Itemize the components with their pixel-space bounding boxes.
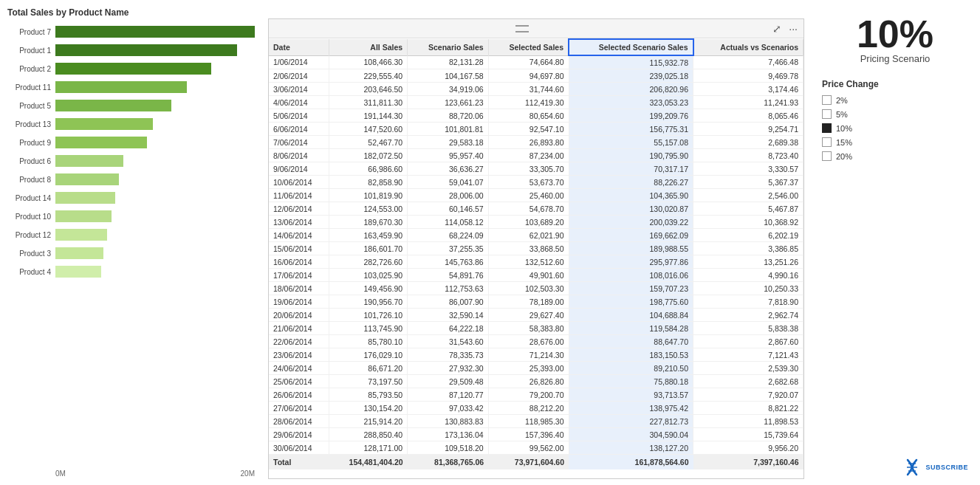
table-cell: 7,920.07 <box>693 388 803 402</box>
table-cell: 88,226.27 <box>569 176 693 189</box>
table-row: 5/06/2014191,144.3088,720.0680,654.60199… <box>269 109 803 123</box>
table-cell: 85,780.10 <box>329 335 407 348</box>
table-cell: 66,986.60 <box>329 162 407 176</box>
chart-title: Total Sales by Product Name <box>7 7 255 18</box>
bar-track <box>55 192 255 204</box>
checkbox-10%[interactable] <box>822 123 832 133</box>
table-row: 23/06/2014176,029.1078,335.7371,214.3018… <box>269 348 803 362</box>
table-cell: 87,120.77 <box>408 388 489 402</box>
table-cell: 59,041.07 <box>408 176 489 189</box>
bar-track <box>55 137 255 148</box>
bar-row: Product 11 <box>7 79 255 95</box>
bar-fill <box>55 192 115 204</box>
bar-label: Product 3 <box>7 250 55 258</box>
footer-cell: 73,971,604.60 <box>488 455 569 470</box>
bar-track <box>55 173 255 185</box>
bar-row: Product 9 <box>7 134 255 151</box>
price-change-options: 2%5%10%15%20% <box>822 95 852 161</box>
price-option-10%[interactable]: 10% <box>822 123 852 133</box>
bar-track <box>55 229 255 241</box>
table-cell: 138,127.20 <box>569 441 693 455</box>
table-cell: 189,670.30 <box>329 216 407 229</box>
table-cell: 89,210.50 <box>569 362 693 375</box>
table-cell: 101,726.10 <box>329 309 407 322</box>
table-row: 2/06/2014229,555.40104,167.5894,697.8023… <box>269 69 803 83</box>
price-option-5%[interactable]: 5% <box>822 109 852 119</box>
subscribe-label: SUBSCRIBE <box>925 464 968 471</box>
footer-cell: 154,481,404.20 <box>329 455 407 470</box>
table-cell: 86,007.90 <box>408 295 489 309</box>
left-panel: Total Sales by Product Name Product 7Pro… <box>0 0 262 485</box>
bar-row: Product 5 <box>7 97 255 114</box>
x-axis: 0M 20M <box>7 469 255 478</box>
table-row: 22/06/201485,780.1031,543.6028,676.0088,… <box>269 335 803 348</box>
table-row: 20/06/2014101,726.1032,590.1429,627.4010… <box>269 309 803 322</box>
checkbox-2%[interactable] <box>822 95 832 105</box>
table-cell: 16/06/2014 <box>269 255 329 269</box>
table-cell: 33,305.70 <box>488 162 569 176</box>
table-row: 25/06/201473,197.5029,509.4826,826.8075,… <box>269 375 803 388</box>
footer-cell: Total <box>269 455 329 470</box>
table-cell: 7,818.90 <box>693 295 803 309</box>
col-header-actuals-vs-scenarios: Actuals vs Scenarios <box>693 39 803 55</box>
table-cell: 54,891.76 <box>408 269 489 282</box>
x-axis-min: 0M <box>55 469 66 478</box>
table-row: 29/06/2014288,850.40173,136.04157,396.40… <box>269 428 803 441</box>
table-cell: 37,255.35 <box>408 242 489 255</box>
price-option-20%[interactable]: 20% <box>822 151 852 161</box>
table-scroll[interactable]: DateAll SalesScenario SalesSelected Sale… <box>269 38 803 478</box>
table-cell: 82,131.28 <box>408 55 489 69</box>
table-cell: 99,562.00 <box>488 441 569 455</box>
data-table: DateAll SalesScenario SalesSelected Sale… <box>269 38 803 478</box>
checkbox-15%[interactable] <box>822 137 832 147</box>
table-cell: 64,222.18 <box>408 322 489 335</box>
table-cell: 13,251.26 <box>693 255 803 269</box>
table-cell: 54,678.70 <box>488 202 569 216</box>
table-cell: 36,636.27 <box>408 162 489 176</box>
table-cell: 5/06/2014 <box>269 109 329 123</box>
checkbox-5%[interactable] <box>822 109 832 119</box>
table-cell: 29/06/2014 <box>269 428 329 441</box>
expand-button[interactable]: ⤢ <box>771 23 783 35</box>
table-row: 28/06/2014215,914.20130,883.83118,985.30… <box>269 415 803 428</box>
bar-track <box>55 81 255 93</box>
table-cell: 101,819.90 <box>329 189 407 202</box>
table-cell: 29,583.18 <box>408 136 489 149</box>
price-change-title: Price Change <box>822 79 879 89</box>
table-cell: 28,676.00 <box>488 335 569 348</box>
table-cell: 26,826.80 <box>488 375 569 388</box>
bar-fill <box>55 44 237 56</box>
bar-track <box>55 155 255 167</box>
table-cell: 118,985.30 <box>488 415 569 428</box>
subscribe-area[interactable]: SUBSCRIBE <box>902 457 968 478</box>
checkbox-20%[interactable] <box>822 151 832 161</box>
more-options-button[interactable]: ··· <box>787 23 799 35</box>
table-row: 4/06/2014311,811.30123,661.23112,419.303… <box>269 96 803 109</box>
bar-row: Product 12 <box>7 227 255 243</box>
table-cell: 92,547.10 <box>488 123 569 136</box>
table-cell: 124,553.00 <box>329 202 407 216</box>
bar-fill <box>55 137 147 148</box>
bar-row: Product 13 <box>7 116 255 132</box>
bar-track <box>55 118 255 130</box>
table-cell: 102,503.30 <box>488 282 569 295</box>
table-cell: 282,726.60 <box>329 255 407 269</box>
drag-handle[interactable] <box>515 24 529 34</box>
table-cell: 95,957.40 <box>408 149 489 162</box>
table-cell: 199,209.76 <box>569 109 693 123</box>
table-cell: 27/06/2014 <box>269 402 329 415</box>
table-cell: 22/06/2014 <box>269 335 329 348</box>
table-cell: 109,518.20 <box>408 441 489 455</box>
price-option-15%[interactable]: 15% <box>822 137 852 147</box>
bar-row: Product 6 <box>7 153 255 169</box>
col-header-scenario-sales: Scenario Sales <box>408 39 489 55</box>
table-row: 8/06/2014182,072.5095,957.4087,234.00190… <box>269 149 803 162</box>
table-cell: 49,901.60 <box>488 269 569 282</box>
table-cell: 9,956.20 <box>693 441 803 455</box>
table-cell: 2,539.30 <box>693 362 803 375</box>
bar-label: Product 5 <box>7 102 55 110</box>
price-option-2%[interactable]: 2% <box>822 95 852 105</box>
table-cell: 17/06/2014 <box>269 269 329 282</box>
table-cell: 79,200.70 <box>488 388 569 402</box>
sales-table: DateAll SalesScenario SalesSelected Sale… <box>269 38 803 469</box>
